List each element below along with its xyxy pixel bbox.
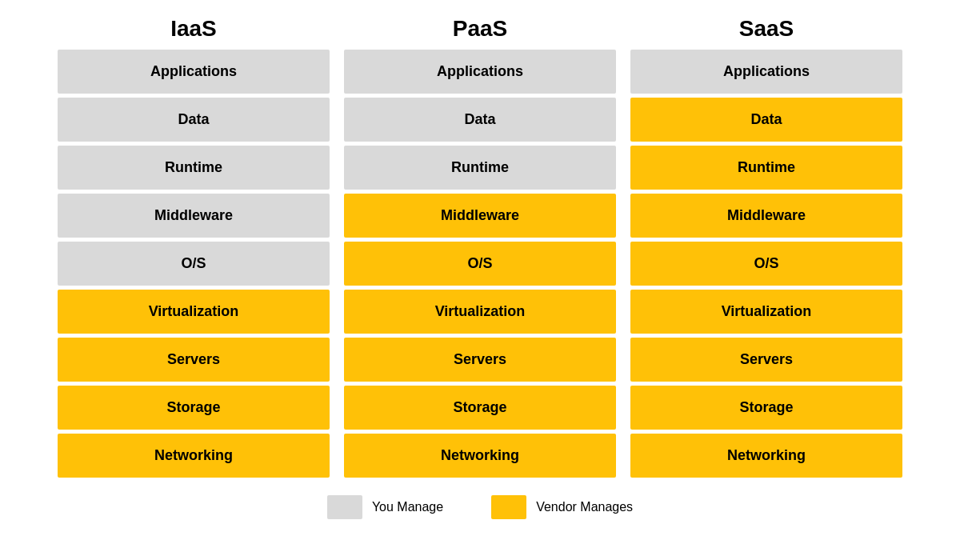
stack-item-paas-virtualization: Virtualization: [344, 290, 616, 334]
stack-item-iaas-servers: Servers: [58, 338, 330, 382]
stack-item-saas-servers: Servers: [630, 338, 902, 382]
stack-item-saas-virtualization: Virtualization: [630, 290, 902, 334]
stack-item-paas-data: Data: [344, 98, 616, 142]
stack-item-paas-servers: Servers: [344, 338, 616, 382]
column-saas: SaaSApplicationsDataRuntimeMiddlewareO/S…: [630, 16, 902, 478]
stack-item-saas-middleware: Middleware: [630, 194, 902, 238]
legend: You Manage Vendor Manages: [327, 495, 633, 519]
stack-paas: ApplicationsDataRuntimeMiddlewareO/SVirt…: [344, 50, 616, 478]
stack-item-paas-runtime: Runtime: [344, 146, 616, 190]
column-title-saas: SaaS: [739, 16, 794, 42]
stack-item-saas-o-s: O/S: [630, 242, 902, 286]
stack-item-iaas-data: Data: [58, 98, 330, 142]
stack-item-iaas-o-s: O/S: [58, 242, 330, 286]
you-manage-label: You Manage: [372, 500, 443, 514]
stack-item-paas-middleware: Middleware: [344, 194, 616, 238]
stack-item-saas-data: Data: [630, 98, 902, 142]
columns-wrapper: IaaSApplicationsDataRuntimeMiddlewareO/S…: [8, 16, 952, 478]
you-manage-legend: You Manage: [327, 495, 443, 519]
you-manage-legend-box: [327, 495, 362, 519]
stack-item-saas-storage: Storage: [630, 386, 902, 430]
stack-item-iaas-applications: Applications: [58, 50, 330, 94]
stack-item-paas-storage: Storage: [344, 386, 616, 430]
stack-item-iaas-virtualization: Virtualization: [58, 290, 330, 334]
stack-item-saas-networking: Networking: [630, 434, 902, 478]
stack-item-paas-o-s: O/S: [344, 242, 616, 286]
stack-item-iaas-middleware: Middleware: [58, 194, 330, 238]
stack-item-iaas-storage: Storage: [58, 386, 330, 430]
stack-item-iaas-runtime: Runtime: [58, 146, 330, 190]
stack-item-saas-runtime: Runtime: [630, 146, 902, 190]
stack-saas: ApplicationsDataRuntimeMiddlewareO/SVirt…: [630, 50, 902, 478]
vendor-manages-label: Vendor Manages: [536, 500, 633, 514]
column-iaas: IaaSApplicationsDataRuntimeMiddlewareO/S…: [58, 16, 330, 478]
vendor-manages-legend-box: [491, 495, 526, 519]
column-title-iaas: IaaS: [170, 16, 217, 42]
vendor-manages-legend: Vendor Manages: [491, 495, 633, 519]
column-paas: PaaSApplicationsDataRuntimeMiddlewareO/S…: [344, 16, 616, 478]
column-title-paas: PaaS: [453, 16, 508, 42]
stack-item-saas-applications: Applications: [630, 50, 902, 94]
stack-iaas: ApplicationsDataRuntimeMiddlewareO/SVirt…: [58, 50, 330, 478]
stack-item-paas-applications: Applications: [344, 50, 616, 94]
stack-item-paas-networking: Networking: [344, 434, 616, 478]
stack-item-iaas-networking: Networking: [58, 434, 330, 478]
